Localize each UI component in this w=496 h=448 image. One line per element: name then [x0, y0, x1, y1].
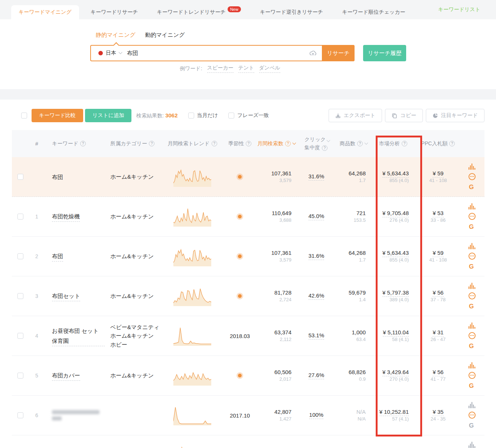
keyword-trend-chart-icon[interactable] — [469, 322, 476, 329]
market-revenue-value[interactable]: ¥ 3,429.64 — [382, 369, 409, 376]
market-revenue-value[interactable]: ¥ 5,110.04 — [383, 329, 409, 337]
row-checkbox[interactable] — [17, 293, 23, 299]
help-icon[interactable]: ? — [449, 141, 455, 146]
google-trends-icon[interactable]: G — [469, 223, 474, 231]
keyword-trend-chart-icon[interactable] — [469, 282, 476, 289]
click-share-value[interactable]: 45.0% — [309, 213, 324, 220]
country-select[interactable]: 日本 — [91, 50, 127, 56]
help-icon[interactable]: ? — [80, 141, 86, 146]
market-revenue-value[interactable]: ¥ 5,634.43 — [382, 250, 409, 257]
nav-tab[interactable]: キーワード順位チェッカー — [335, 5, 412, 19]
seasonality-dot-icon[interactable] — [238, 175, 242, 179]
mining-mode-tab[interactable]: 動的マイニング — [145, 32, 185, 39]
help-icon[interactable]: ? — [402, 141, 407, 146]
copy-button[interactable]: コピー — [385, 109, 423, 122]
keyword-trend-chart-icon[interactable] — [469, 243, 476, 249]
seasonality-dot-icon[interactable] — [238, 215, 242, 218]
cell-trend[interactable] — [161, 435, 223, 448]
ppc-bid-value[interactable]: ¥ 59 — [433, 170, 443, 178]
seasonality-dot-icon[interactable] — [238, 254, 242, 258]
header-products-sort[interactable]: 商品数? — [335, 130, 369, 157]
select-all-checkbox[interactable] — [21, 113, 27, 119]
cell-trend[interactable] — [161, 276, 223, 316]
google-trends-icon[interactable]: G — [469, 303, 474, 310]
row-checkbox[interactable] — [17, 174, 23, 180]
keyword-link[interactable]: 布団 — [52, 251, 63, 262]
google-trends-icon[interactable]: G — [469, 422, 474, 429]
ppc-bid-value[interactable]: ¥ 56 — [433, 369, 443, 376]
example-keyword[interactable]: ダンベル — [259, 65, 280, 73]
help-icon[interactable]: ? — [285, 141, 291, 146]
click-share-value[interactable]: 53.1% — [309, 332, 324, 340]
help-icon[interactable]: ? — [149, 141, 154, 146]
row-checkbox[interactable] — [17, 412, 23, 418]
featured-keywords-button[interactable]: 注目キーワード — [426, 109, 484, 122]
google-trends-icon[interactable]: G — [469, 343, 474, 350]
keyword-trend-chart-icon[interactable] — [469, 203, 476, 210]
cell-trend[interactable] — [161, 316, 223, 356]
header-volume-sort[interactable]: 月間検索数? — [256, 130, 298, 157]
related-keywords-icon[interactable] — [469, 332, 476, 339]
current-month-checkbox[interactable] — [188, 113, 194, 119]
cell-trend[interactable] — [161, 157, 223, 197]
mining-mode-tab[interactable]: 静的マイニング — [96, 32, 136, 39]
google-trends-icon[interactable]: G — [469, 184, 474, 191]
click-share-value[interactable]: 27.6% — [309, 372, 324, 379]
seasonality-dot-icon[interactable] — [238, 294, 242, 298]
cell-trend[interactable] — [161, 237, 223, 276]
nav-tab[interactable]: キーワード逆引きリサーチ — [252, 5, 330, 19]
keyword-link[interactable]: 布団カバー — [52, 370, 80, 381]
market-revenue-value[interactable]: ¥ 5,797.38 — [382, 289, 409, 297]
help-icon[interactable]: ? — [212, 141, 217, 146]
row-checkbox[interactable] — [17, 253, 23, 259]
click-share-value[interactable]: 31.6% — [309, 253, 324, 260]
nav-tab[interactable]: キーワードマイニング — [11, 5, 79, 19]
google-trends-icon[interactable]: G — [469, 263, 474, 270]
keyword-link[interactable]: お昼寝布団 セット 保育園 — [52, 326, 105, 346]
keyword-trend-chart-icon[interactable] — [469, 441, 476, 448]
help-icon[interactable]: ? — [246, 141, 251, 146]
related-keywords-icon[interactable] — [469, 412, 476, 419]
add-to-list-button[interactable]: リストに追加 — [85, 109, 131, 122]
research-history-button[interactable]: リサーチ履歴 — [363, 45, 406, 61]
click-share-value[interactable]: 31.6% — [309, 173, 324, 181]
nav-tab[interactable]: キーワードトレンドリサーチNew — [150, 5, 248, 19]
keyword-compare-button[interactable]: キーワード比較 — [32, 109, 83, 122]
click-share-value[interactable]: 100% — [309, 412, 323, 419]
upload-icon[interactable] — [309, 50, 317, 56]
header-ctr-sort[interactable]: クリック 集中度? — [298, 130, 335, 157]
cell-trend[interactable] — [161, 356, 223, 395]
phrase-match-checkbox[interactable] — [228, 113, 234, 119]
example-keyword[interactable]: スピーカー — [207, 65, 234, 73]
ppc-bid-value[interactable]: ¥ 53 — [433, 210, 443, 217]
seasonality-dot-icon[interactable] — [238, 374, 242, 377]
related-keywords-icon[interactable] — [469, 372, 476, 379]
cell-trend[interactable] — [161, 396, 223, 435]
row-checkbox[interactable] — [17, 373, 23, 379]
ppc-bid-value[interactable]: ¥ 31 — [433, 329, 443, 337]
research-button[interactable]: リサーチ — [322, 45, 355, 61]
example-keyword[interactable]: テント — [238, 65, 254, 73]
keyword-trend-chart-icon[interactable] — [469, 402, 476, 408]
export-button[interactable]: エクスポート — [329, 109, 382, 122]
related-keywords-icon[interactable] — [469, 292, 476, 299]
keyword-trend-chart-icon[interactable] — [469, 362, 476, 369]
related-keywords-icon[interactable] — [469, 213, 476, 220]
click-share-value[interactable]: 42.6% — [309, 292, 324, 300]
keyword-link[interactable]: 布団 — [52, 172, 63, 182]
related-keywords-icon[interactable] — [469, 173, 476, 180]
ppc-bid-value[interactable]: ¥ 56 — [433, 289, 443, 297]
keyword-link[interactable]: 布団セット — [52, 291, 80, 301]
row-checkbox[interactable] — [17, 214, 23, 220]
market-revenue-value[interactable]: ¥ 10,252.81 — [379, 409, 409, 416]
search-input[interactable] — [127, 50, 304, 56]
help-icon[interactable]: ? — [322, 145, 327, 151]
nav-tab[interactable]: キーワードリサーチ — [83, 5, 146, 19]
keyword-link[interactable]: 布団乾燥機 — [52, 211, 80, 222]
google-trends-icon[interactable]: G — [469, 382, 474, 390]
row-checkbox[interactable] — [17, 333, 23, 339]
keyword-list-link[interactable]: キーワードリスト — [438, 0, 480, 19]
market-revenue-value[interactable]: ¥ 5,634.43 — [382, 170, 409, 178]
keyword-trend-chart-icon[interactable] — [469, 163, 476, 170]
ppc-bid-value[interactable]: ¥ 35 — [433, 409, 443, 416]
